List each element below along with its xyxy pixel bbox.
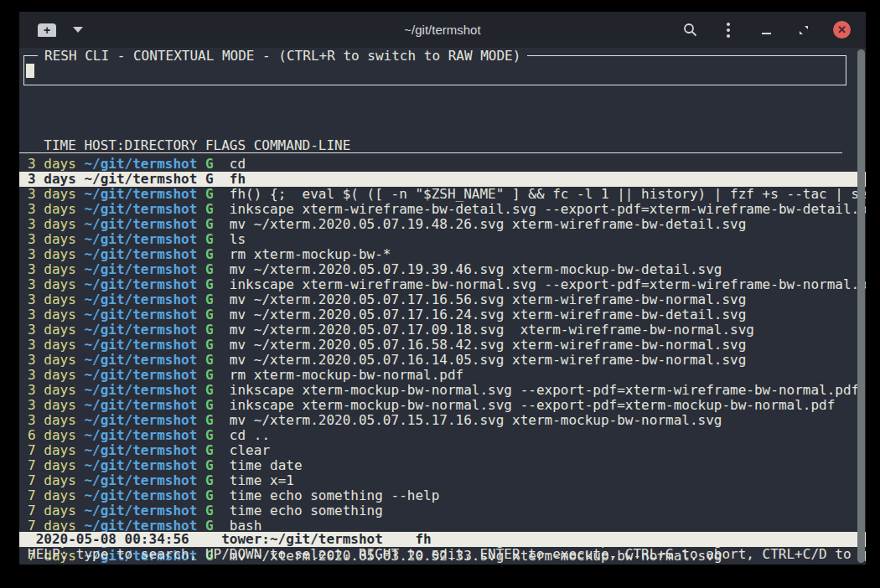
cell-command: cd [230,157,246,172]
cell-flags: G [205,488,214,503]
search-button[interactable] [682,22,699,39]
cell-flags: G [205,322,214,338]
history-row[interactable]: 3 days ~/git/termshot G fh [19,172,866,187]
cell-sep [214,292,230,307]
cell-host-directory: ~/git/termshot [84,428,197,443]
cell-sep [76,247,85,262]
history-row[interactable]: 3 days ~/git/termshot G rm xterm-mockup-… [19,368,866,383]
cell-time: 3 days [28,202,76,217]
minimize-button[interactable] [758,22,774,39]
cell-sep [214,307,230,322]
cell-command: ls [230,232,246,247]
resh-search-box[interactable]: RESH CLI - CONTEXTUAL MODE - (CTRL+R to … [23,55,846,85]
menu-button[interactable] [720,22,737,39]
cell-sep [214,262,230,277]
history-row[interactable]: 7 days ~/git/termshot G time echo someth… [19,488,866,503]
cell-command: mv ~/xterm.2020.05.07.19.39.46.svg xterm… [230,262,722,277]
cell-sep [76,473,85,488]
cell-command: cd .. [230,428,270,443]
cell-host-directory: ~/git/termshot [84,564,197,565]
cell-command: mv ~/xterm.2020.05.07.17.09.18.svg xterm… [230,322,754,338]
cell-sep [76,458,85,473]
history-row[interactable]: 3 days ~/git/termshot G inkscape xterm-m… [19,383,866,398]
cell-time: 3 days [28,292,76,307]
cell-sep [197,322,205,338]
minimize-icon [762,33,771,34]
cell-sep [214,413,230,428]
history-row[interactable]: 3 days ~/git/termshot G mv ~/xterm.2020.… [19,292,866,307]
cell-host-directory: ~/git/termshot [84,307,197,322]
history-row[interactable]: 3 days ~/git/termshot G mv ~/xterm.2020.… [19,322,866,338]
cell-host-directory: ~/git/termshot [84,413,197,428]
cell-command: mv ~/xterm.2020.05.07.17.16.24.svg xterm… [230,307,747,322]
history-row[interactable]: 3 days ~/git/termshot G mv ~/xterm.2020.… [19,353,866,368]
titlebar-right-group: ✕ [682,12,851,48]
cell-sep [76,368,85,383]
history-row[interactable]: 3 days ~/git/termshot G inkscape xterm-m… [19,398,866,413]
close-button[interactable]: ✕ [833,21,851,39]
cell-host-directory: ~/git/termshot [84,353,197,368]
cell-sep [76,157,85,172]
cell-host-directory: ~/git/termshot [84,232,197,247]
cell-host-directory: ~/git/termshot [84,338,197,353]
history-row[interactable]: 3 days ~/git/termshot G ls [19,232,866,247]
history-row[interactable]: 7 days ~/git/termshot G time echo someth… [19,503,866,518]
cell-host-directory: ~/git/termshot [84,398,197,413]
cell-time: 3 days [28,262,76,277]
cell-host-directory: ~/git/termshot [84,157,197,172]
cell-command: inkscape xterm-wireframe-bw-detail.svg -… [230,202,866,217]
history-row[interactable]: 3 days ~/git/termshot G mv ~/xterm.2020.… [19,262,866,277]
cell-time: 3 days [28,157,76,172]
terminal-content[interactable]: RESH CLI - CONTEXTUAL MODE - (CTRL+R to … [19,48,866,565]
history-row[interactable]: 7 days ~/git/termshot G time x=1 [19,473,866,488]
cell-flags: G [205,503,214,518]
restore-button[interactable] [795,22,812,39]
history-row[interactable]: 3 days ~/git/termshot G mv ~/xterm.2020.… [19,413,866,428]
cell-sep [76,383,85,398]
scrollbar-thumb[interactable] [857,49,865,563]
cell-time: 3 days [28,322,76,338]
cell-command: inkscape xterm-wireframe-bw-normal.svg -… [230,277,866,292]
cell-sep [76,292,85,307]
cell-sep [214,247,230,262]
history-row[interactable]: 3 days ~/git/termshot G mv ~/xterm.2020.… [19,217,866,232]
history-row[interactable]: 7 days ~/git/termshot G mv ~/xterm.2020.… [19,564,866,565]
cell-sep [214,398,230,413]
titlebar[interactable]: + ~/git/termshot [19,12,866,48]
cell-flags: G [205,398,214,413]
cell-flags: G [205,187,214,202]
cell-sep [76,232,85,247]
cell-sep [197,443,205,458]
history-row[interactable]: 3 days ~/git/termshot G mv ~/xterm.2020.… [19,307,866,322]
cell-sep [197,307,205,322]
cell-sep [214,277,230,292]
history-row[interactable]: 6 days ~/git/termshot G cd .. [19,428,866,443]
history-row[interactable]: 7 days ~/git/termshot G clear [19,443,866,458]
cell-sep [76,488,85,503]
cell-host-directory: ~/git/termshot [84,503,197,518]
cell-sep [76,322,85,338]
cell-sep [76,202,85,217]
history-row[interactable]: 3 days ~/git/termshot G cd [19,157,866,172]
search-icon [683,23,698,38]
cell-host-directory: ~/git/termshot [84,277,197,292]
cell-command: rm xterm-mockup-bw-normal.pdf [230,368,463,383]
history-row[interactable]: 3 days ~/git/termshot G mv ~/xterm.2020.… [19,338,866,353]
history-row[interactable]: 7 days ~/git/termshot G time date [19,458,866,473]
cell-flags: G [205,353,214,368]
cell-flags: G [205,458,214,473]
cell-command: fh() {; eval $( ([ -n "$ZSH_NAME" ] && f… [230,187,866,202]
history-row[interactable]: 3 days ~/git/termshot G rm xterm-mockup-… [19,247,866,262]
history-row[interactable]: 3 days ~/git/termshot G inkscape xterm-w… [19,277,866,292]
cell-host-directory: ~/git/termshot [84,473,197,488]
cell-flags: G [205,413,214,428]
cell-host-directory: ~/git/termshot [84,443,197,458]
cell-time: 3 days [28,172,76,187]
cell-sep [197,277,205,292]
history-row[interactable]: 3 days ~/git/termshot G inkscape xterm-w… [19,202,866,217]
cell-sep [197,232,205,247]
cell-sep [197,383,205,398]
history-row[interactable]: 3 days ~/git/termshot G fh() {; eval $( … [19,187,866,202]
cell-command: mv ~/xterm.2020.05.07.16.14.05.svg xterm… [230,353,747,368]
cell-time: 3 days [28,247,76,262]
